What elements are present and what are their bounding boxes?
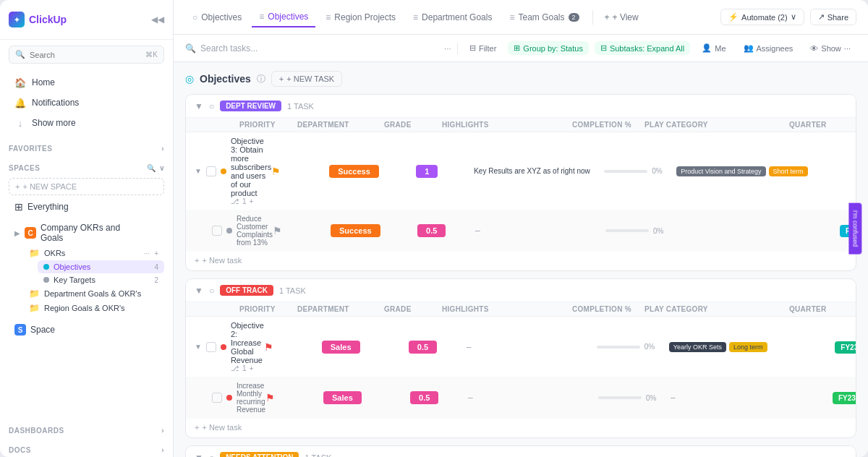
team-list-icon: ≡ [509, 12, 514, 22]
automate-button[interactable]: ⚡ Automate (2) ∨ [720, 9, 804, 25]
objectives-info-icon[interactable]: ⓘ [257, 73, 265, 85]
sidebar-item-dept-goals[interactable]: 📁 Department Goals & OKR's [23, 286, 164, 301]
group-expand-icon[interactable]: ▼ [195, 286, 203, 296]
me-button[interactable]: 👤 Me [696, 41, 731, 55]
new-task-button[interactable]: + + NEW TASK [271, 71, 342, 87]
task-checkbox[interactable] [206, 342, 216, 352]
more-options-icon[interactable]: ··· [444, 43, 451, 54]
space-add-icon[interactable]: + [153, 228, 158, 238]
logo: ✦ ClickUp [9, 12, 67, 27]
assignees-button[interactable]: 👥 Assignees [738, 41, 799, 55]
share-label: Share [827, 13, 848, 22]
tab-department-goals[interactable]: ≡ Department Goals [406, 8, 499, 27]
spaces-search-icon[interactable]: 🔍 [147, 164, 156, 172]
group-expand-icon[interactable]: ▼ [195, 101, 203, 111]
priority-cell-sub: ⚑ [273, 225, 331, 236]
subtask-count: 1 [242, 364, 247, 372]
search-input[interactable] [30, 51, 141, 59]
filter-button[interactable]: ⊟ Filter [464, 41, 502, 55]
space-row-company-okrs[interactable]: ▶ C Company OKRs and Goals ··· + [9, 220, 164, 246]
grade-badge-1: 1 [416, 165, 438, 178]
automate-icon: ⚡ [728, 12, 739, 22]
task-count-needs-attention: 1 TASK [305, 453, 331, 458]
priority-cell-obj2-sub: ⚑ [265, 392, 323, 403]
dept-goals-label: Department Goals & OKR's [44, 289, 141, 298]
task-name-text-sub2: Increase Monthly recurring Revenue [237, 382, 265, 414]
dept-badge-sales: Sales [322, 341, 360, 354]
okrs-subitems: 📁 OKRs ··· + Objectives 4 Key [23, 246, 164, 315]
play-badge-yearly: Yearly OKR Sets [669, 342, 726, 352]
docs-section-label: DOCS › [0, 437, 173, 457]
quarter-cell-obj2: FY23 Q [814, 342, 856, 352]
subtasks-button[interactable]: ⊟ Subtasks: Expand All [595, 41, 690, 55]
add-view-button[interactable]: + + View [599, 9, 644, 25]
priority-flag-red: ⚑ [264, 341, 273, 353]
share-button[interactable]: ↗ Share [810, 9, 856, 25]
group-needs-attention: ▼ ○ NEEDS ATTENTION 1 TASK PRIORITY DEPA… [185, 445, 856, 457]
dashboards-chevron[interactable]: › [161, 427, 164, 435]
add-task-row-off-track[interactable]: + + New task [186, 419, 856, 437]
task-checkbox[interactable] [212, 393, 222, 403]
table-row: Reduce Customer Complaints from 13% ⚑ Su… [186, 210, 856, 252]
nav-notifications[interactable]: 🔔 Notifications [9, 93, 164, 113]
completion-bar-sub2 [598, 396, 642, 399]
table-row: ▼ Objective 2: Increase Global Revenue ⎇… [186, 317, 856, 377]
okrs-label: OKRs [44, 249, 65, 257]
quarter-badge-fy23q: FY23 Q [835, 341, 856, 354]
subtasks-icon: ⊟ [600, 43, 607, 53]
nav-home-label: Home [32, 77, 55, 87]
search-tasks-icon: 🔍 [185, 43, 196, 54]
task-checkbox[interactable] [212, 226, 222, 236]
collapse-button[interactable]: ◀◀ [151, 14, 164, 25]
search-field[interactable]: 🔍 ⌘K [9, 46, 164, 64]
nav-show-more[interactable]: ↓ Show more [9, 113, 164, 133]
automate-chevron: ∨ [791, 12, 796, 22]
favorites-chevron[interactable]: › [161, 145, 164, 153]
new-space-button[interactable]: + + NEW SPACE [9, 178, 164, 195]
key-targets-count: 2 [154, 276, 158, 284]
task-name-cell-obj2-sub: Increase Monthly recurring Revenue [212, 382, 265, 414]
group-circle-icon: ○ [209, 101, 214, 111]
search-tasks[interactable]: 🔍 Search tasks... [185, 43, 438, 54]
priority-flag-red-sub: ⚑ [265, 392, 275, 403]
docs-chevron[interactable]: › [161, 446, 164, 454]
objectives-header: ◎ Objectives ⓘ + + NEW TASK [185, 71, 856, 87]
tab-team-goals[interactable]: ≡ Team Goals 2 [502, 8, 586, 27]
subtask-plus[interactable]: + [249, 197, 253, 205]
sidebar-item-okrs[interactable]: 📁 OKRs ··· + [23, 246, 164, 260]
group-by-button[interactable]: ⊞ Group by: Status [508, 41, 589, 55]
spaces-chevron[interactable]: ∨ [159, 164, 165, 172]
tab-divider [592, 10, 593, 25]
subtask-plus[interactable]: + [249, 364, 253, 372]
space-row-space[interactable]: S Space [9, 321, 164, 338]
add-task-plus-icon: + [195, 423, 199, 432]
nav-home[interactable]: 🏠 Home [9, 72, 164, 93]
expand-icon[interactable]: ▼ [195, 343, 202, 351]
task-checkbox[interactable] [206, 166, 216, 176]
add-task-row[interactable]: + + New task [186, 252, 856, 270]
filterbar: 🔍 Search tasks... ··· ⊟ Filter ⊞ Group b… [174, 35, 868, 62]
okrs-add[interactable]: + [154, 249, 158, 257]
objectives-dot [43, 264, 49, 270]
tab-objectives-list[interactable]: ≡ Objectives [252, 7, 315, 27]
sidebar-item-objectives[interactable]: Objectives 4 [38, 260, 164, 273]
sidebar-item-key-targets[interactable]: Key Targets 2 [38, 273, 164, 286]
group-circle-icon: ○ [209, 453, 214, 458]
filter-icon: ⊟ [469, 43, 476, 53]
space-name-company: Company OKRs and Goals [41, 223, 140, 243]
dept-cell-obj2-sub: Sales [323, 393, 410, 403]
expand-icon[interactable]: ▼ [195, 167, 202, 175]
group-expand-icon[interactable]: ▼ [195, 453, 203, 458]
sidebar-item-region-goals[interactable]: 📁 Region Goals & OKR's [23, 301, 164, 315]
tab-objectives-circle[interactable]: ○ Objectives [185, 8, 249, 27]
group-icon: ⊞ [514, 43, 520, 53]
show-button[interactable]: 👁 Show ··· [804, 42, 856, 55]
okrs-more[interactable]: ··· [144, 249, 150, 257]
sidebar-item-everything[interactable]: ⊞ Everything [9, 198, 164, 215]
space-more-icon[interactable]: ··· [145, 228, 152, 238]
highlights-cell-obj2: – [467, 342, 597, 352]
highlights-cell: Key Results are XYZ as of right now [474, 167, 604, 175]
confused-tab[interactable]: I'm confused [849, 203, 862, 255]
task-name-cell-obj2: ▼ Objective 2: Increase Global Revenue ⎇… [195, 321, 264, 372]
tab-region-projects[interactable]: ≡ Region Projects [318, 8, 403, 27]
